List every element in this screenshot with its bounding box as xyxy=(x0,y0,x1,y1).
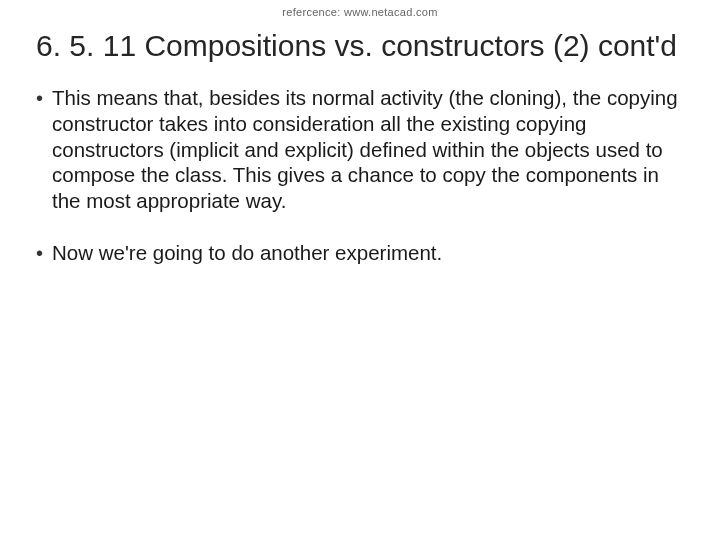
bullet-text: This means that, besides its normal acti… xyxy=(52,85,684,213)
bullet-item: • This means that, besides its normal ac… xyxy=(36,85,684,213)
bullet-item: • Now we're going to do another experime… xyxy=(36,240,684,266)
bullet-text: Now we're going to do another experiment… xyxy=(52,240,684,266)
bullet-marker-icon: • xyxy=(36,240,52,266)
slide: refercence: www.netacad.com 6. 5. 11 Com… xyxy=(0,0,720,540)
slide-title: 6. 5. 11 Compositions vs. constructors (… xyxy=(36,28,684,63)
bullet-marker-icon: • xyxy=(36,85,52,213)
slide-body: • This means that, besides its normal ac… xyxy=(36,85,684,265)
reference-line: refercence: www.netacad.com xyxy=(36,0,684,18)
